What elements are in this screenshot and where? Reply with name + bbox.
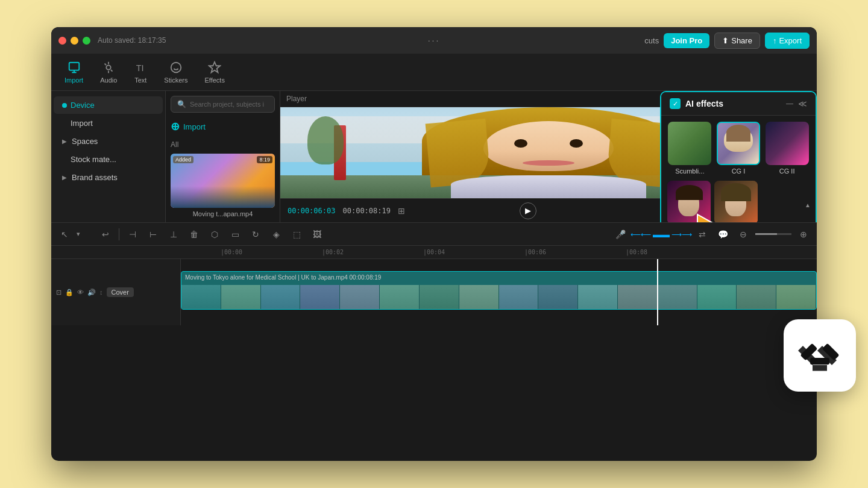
track-detach-icon[interactable]: ↕ [99, 289, 103, 296]
sidebar-item-device[interactable]: Device [54, 96, 163, 114]
rotate-button[interactable]: ↻ [247, 226, 264, 243]
sidebar-item-brand[interactable]: ▶ Brand assets [54, 169, 163, 186]
export-button[interactable]: ↑ Export [765, 33, 810, 49]
effect-thumbnail-2 [717, 122, 760, 165]
video-track[interactable]: Moving to Tokyo alone for Medical School… [181, 271, 817, 310]
scroll-up-icon[interactable]: ▲ [805, 202, 811, 208]
effect-thumbnail-4 [667, 181, 711, 222]
capcut-logo-icon [796, 331, 844, 380]
close-panel-icon[interactable]: ≪ [798, 99, 807, 108]
effect-cg2[interactable]: CG II [764, 122, 810, 175]
trim-button[interactable]: ⊥ [165, 226, 182, 243]
effect-comics1[interactable]: Comics I [667, 181, 711, 222]
chevron-right-icon-brand: ▶ [62, 174, 67, 181]
ruler-mark-4: |00:04 [383, 249, 485, 255]
ruler-mark-2: |00:02 [282, 249, 383, 255]
toolbar-audio[interactable]: Audio [92, 57, 125, 87]
play-button[interactable]: ▶ [520, 202, 536, 219]
sidebar-item-stock[interactable]: Stock mate... [54, 151, 163, 168]
audio-icon [102, 61, 115, 74]
track-collapse-icon[interactable]: ⊡ [56, 289, 61, 296]
ai-effects-header: ✓ AI effects — ≪ [661, 92, 816, 116]
effect-cg1[interactable]: CG I [716, 122, 761, 175]
timeline-ruler: |00:00 |00:02 |00:04 |00:06 |00:08 [51, 246, 817, 259]
timeline-toolbar: ↖ ▾ ↩ ⊣ ⊢ ⊥ 🗑 ⬡ ▭ ↻ ◈ ⬚ 🖼 🎤 ⟵⟵ ▬▬ ⟶⟶ ⇄ 💬… [51, 223, 817, 246]
sidebar: Device Import ▶ Spaces Stock mate... ▶ B… [51, 91, 166, 222]
caption-button[interactable]: 💬 [714, 226, 731, 243]
effects-grid: Scumbli... CG I CG II [661, 116, 816, 181]
track-controls: ⊡ 🔒 👁 🔊 ↕ Cover [56, 287, 175, 297]
track-audio-icon[interactable]: 🔊 [87, 289, 96, 296]
import-button[interactable]: ⊕ Import [171, 117, 275, 136]
share-button[interactable]: ⬆ Share [714, 33, 760, 49]
svg-point-3 [171, 62, 181, 72]
crop-button[interactable]: ▭ [227, 226, 244, 243]
track-eye-icon[interactable]: 👁 [77, 289, 84, 296]
sidebar-item-spaces[interactable]: ▶ Spaces [54, 133, 163, 150]
playhead[interactable] [657, 259, 658, 325]
split-button-2[interactable]: ⊢ [145, 226, 162, 243]
effect-scumbling[interactable]: Scumbli... [667, 122, 712, 175]
cover-label: Cover [107, 287, 134, 297]
ruler-marks: |00:00 |00:02 |00:04 |00:06 |00:08 [181, 249, 687, 255]
autosave-label: Auto saved: 18:17:35 [98, 36, 166, 45]
effect-thumbnail-5 [714, 181, 758, 222]
zoom-out-button[interactable]: ⊖ [735, 226, 752, 243]
image-button[interactable]: 🖼 [309, 226, 326, 243]
shield-button[interactable]: ⬡ [206, 226, 223, 243]
mic-button[interactable]: 🎤 [612, 226, 629, 243]
add-track-button[interactable]: ⊕ [795, 226, 812, 243]
split-button[interactable]: ⊣ [124, 226, 141, 243]
select-dropdown[interactable]: ▾ [77, 230, 93, 238]
separator [119, 228, 119, 240]
effect-thumbnail-3 [766, 122, 809, 165]
effect-label-3: CG II [779, 167, 795, 175]
sidebar-item-import[interactable]: Import [54, 114, 163, 132]
undo-button[interactable]: ↩ [97, 226, 114, 243]
frame-button[interactable]: ⬚ [288, 226, 305, 243]
toolbar-text[interactable]: TI Text [125, 57, 156, 87]
cuts-label: cuts [644, 36, 659, 45]
effect-comics2[interactable]: Comics II [714, 181, 758, 222]
timeline-right-controls: 🎤 ⟵⟵ ▬▬ ⟶⟶ ⇄ 💬 ⊖ ⊕ [612, 226, 812, 243]
zoom-bar [755, 233, 791, 235]
import-icon [68, 61, 81, 74]
ai-check-icon: ✓ [670, 98, 681, 109]
film-button[interactable]: ▬▬ [653, 226, 670, 243]
diamond-button[interactable]: ◈ [268, 226, 285, 243]
track-lock-icon[interactable]: 🔒 [65, 289, 74, 296]
effect-thumbnail-1 [668, 122, 711, 165]
ai-effects-panel: ✓ AI effects — ≪ Scumbli... [660, 91, 817, 222]
join-pro-button[interactable]: Join Pro [664, 33, 709, 48]
media-thumbnail[interactable]: Added 8:19 [171, 154, 275, 208]
more-options[interactable]: ··· [428, 36, 441, 45]
effect-label-2: CG I [732, 167, 746, 175]
search-bar[interactable]: 🔍 Search project, subjects i [171, 96, 275, 113]
maximize-button[interactable] [83, 37, 90, 45]
main-panels: Device Import ▶ Spaces Stock mate... ▶ B… [51, 91, 817, 222]
app-window: Auto saved: 18:17:35 ··· cuts Join Pro ⬆… [51, 27, 817, 461]
toolbar-stickers[interactable]: Stickers [156, 57, 196, 87]
grid-icon[interactable]: ⊞ [398, 206, 405, 216]
delete-button[interactable]: 🗑 [186, 226, 203, 243]
capcut-logo [784, 319, 856, 392]
timeline: ↖ ▾ ↩ ⊣ ⊢ ⊥ 🗑 ⬡ ▭ ↻ ◈ ⬚ 🖼 🎤 ⟵⟵ ▬▬ ⟶⟶ ⇄ 💬… [51, 222, 817, 325]
track-content: Moving to Tokyo alone for Medical School… [181, 259, 817, 325]
zoom-scale [755, 233, 791, 235]
svg-text:TI: TI [136, 63, 144, 72]
minimize-button[interactable] [71, 37, 78, 45]
arrow-right-btn[interactable]: ⟶⟶ [673, 226, 690, 243]
collapse-icon[interactable]: — [786, 99, 793, 108]
close-button[interactable] [58, 37, 66, 45]
toolbar-import[interactable]: Import [56, 57, 92, 87]
svg-rect-0 [69, 62, 79, 70]
effect-label-1: Scumbli... [675, 167, 704, 175]
svg-point-1 [107, 65, 111, 69]
arrow-left-btn[interactable]: ⟵⟵ [632, 226, 649, 243]
timeline-tracks: ⊡ 🔒 👁 🔊 ↕ Cover Moving to Tokyo alone fo… [51, 259, 817, 325]
svg-marker-6 [209, 61, 220, 72]
transition-button[interactable]: ⇄ [694, 226, 711, 243]
select-tool[interactable]: ↖ [56, 226, 73, 243]
ruler-mark-0: |00:00 [181, 249, 282, 255]
toolbar-effects[interactable]: Effects [196, 57, 233, 87]
